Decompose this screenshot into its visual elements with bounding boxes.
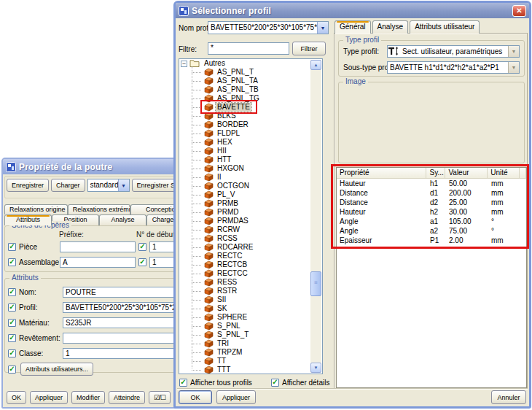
checkbox-checked[interactable] bbox=[271, 379, 279, 387]
preset-combobox[interactable]: standard ▼ bbox=[87, 179, 130, 192]
attribute-value-field[interactable] bbox=[63, 333, 185, 344]
tree-item[interactable]: SII bbox=[179, 295, 322, 304]
checkbox-checked[interactable] bbox=[8, 319, 16, 327]
table-row[interactable]: Hauteur h1 50.00 mm bbox=[337, 179, 526, 188]
column-header[interactable]: Unité bbox=[488, 168, 520, 178]
tree-item[interactable]: RDCARRE bbox=[179, 243, 322, 252]
tree-item[interactable]: OCTGON bbox=[179, 182, 322, 190]
footer-button[interactable]: OK bbox=[7, 391, 26, 404]
tree-item[interactable]: SK bbox=[179, 304, 322, 313]
table-row[interactable]: Hauteur h2 30.00 mm bbox=[337, 207, 526, 217]
table-row[interactable]: Distance d1 200.00 mm bbox=[337, 188, 526, 198]
tree-item[interactable]: HTT bbox=[179, 155, 322, 164]
tree-item[interactable]: RCRW bbox=[179, 225, 322, 234]
profile-type-combobox[interactable]: Sect. utilisateur, paramétriques ▼ bbox=[387, 45, 520, 58]
checkbox-checked[interactable] bbox=[8, 349, 16, 357]
checkbox-checked[interactable] bbox=[8, 303, 16, 312]
tree-item[interactable]: BORDER bbox=[179, 120, 322, 129]
save-button[interactable]: Enregistrer bbox=[7, 179, 49, 192]
checkbox-checked[interactable] bbox=[138, 258, 146, 266]
show-all-profiles-option[interactable]: Afficher tous profils bbox=[179, 379, 252, 387]
table-row[interactable]: Epaisseur P1 2.00 mm bbox=[337, 236, 526, 245]
scroll-down-icon[interactable]: ▼ bbox=[310, 363, 321, 373]
column-header[interactable]: Propriété bbox=[337, 168, 426, 178]
tree-item[interactable]: AS_PNL_T bbox=[179, 68, 322, 77]
tree-item[interactable]: HXGON bbox=[179, 164, 322, 173]
tab[interactable]: Général bbox=[335, 20, 371, 34]
footer-button[interactable]: Atteindre bbox=[109, 391, 145, 404]
chevron-down-icon[interactable]: ▼ bbox=[317, 22, 328, 34]
attribute-value-field[interactable]: 1 bbox=[63, 348, 185, 359]
tab[interactable]: Relaxations extrémité bbox=[68, 204, 131, 214]
checkbox-checked[interactable] bbox=[8, 365, 16, 374]
attribute-value-field[interactable]: POUTRE bbox=[63, 287, 185, 298]
profile-subtype-combobox[interactable]: BAVETTE h1*d1*d2*h2*a1*a2*P1 ▼ bbox=[387, 61, 520, 74]
scroll-up-icon[interactable]: ▲ bbox=[310, 60, 321, 70]
tree-item[interactable]: TRPZM bbox=[179, 348, 322, 357]
column-header[interactable]: Sy... bbox=[426, 168, 445, 178]
checkbox-checked[interactable] bbox=[138, 243, 146, 251]
tree-item[interactable]: TTT bbox=[179, 365, 322, 374]
tree-item[interactable]: RSTR bbox=[179, 287, 322, 295]
tree-item[interactable]: RECTCB bbox=[179, 260, 322, 269]
tab[interactable]: Relaxations origine bbox=[4, 204, 68, 214]
checkbox-checked[interactable] bbox=[8, 258, 16, 266]
tree-item[interactable]: AS_PNL_TG bbox=[179, 94, 322, 103]
attribute-value-field[interactable]: S235JR bbox=[63, 317, 185, 328]
load-button[interactable]: Charger bbox=[51, 179, 85, 192]
tree-item[interactable]: TT bbox=[179, 357, 322, 365]
table-row[interactable]: Distance d2 25.00 mm bbox=[337, 198, 526, 207]
tab[interactable]: Attributs bbox=[4, 214, 52, 225]
filter-button[interactable]: Filtrer bbox=[292, 42, 326, 55]
close-icon[interactable]: ✕ bbox=[512, 5, 526, 17]
checkbox-checked[interactable] bbox=[8, 243, 16, 251]
cancel-button[interactable]: Annuler bbox=[491, 390, 526, 404]
table-row[interactable]: Angle a1 105.00 ° bbox=[337, 217, 526, 226]
tree-item[interactable]: PRMD bbox=[179, 208, 322, 217]
tree-item[interactable]: PL_V bbox=[179, 190, 322, 199]
tree-item[interactable]: RESS bbox=[179, 278, 322, 287]
tab[interactable]: Analyse bbox=[372, 20, 409, 34]
filter-input[interactable]: * bbox=[208, 42, 289, 55]
tree-item[interactable]: RCSS bbox=[179, 234, 322, 243]
tree-scrollbar[interactable]: ▲ ▼ bbox=[310, 60, 321, 373]
select-profile-titlebar[interactable]: Sélectionner profil ✕ bbox=[176, 3, 529, 18]
tab[interactable]: Attributs utilisateur bbox=[410, 20, 480, 34]
show-details-option[interactable]: Afficher détails bbox=[271, 379, 329, 387]
tree-item[interactable]: HEX bbox=[179, 138, 322, 147]
ok-button[interactable]: OK bbox=[179, 390, 212, 404]
tree-item[interactable]: S_PNL bbox=[179, 322, 322, 330]
prefix-field[interactable] bbox=[60, 241, 136, 252]
tree-item[interactable]: RECTC bbox=[179, 252, 322, 260]
checkbox-checked[interactable] bbox=[8, 288, 16, 296]
tree-item[interactable]: II bbox=[179, 173, 322, 182]
collapse-icon[interactable]: − bbox=[181, 61, 187, 67]
tree-item[interactable]: HII bbox=[179, 147, 322, 155]
tree-item[interactable]: AS_PNL_TB bbox=[179, 85, 322, 94]
profile-name-combobox[interactable]: BAVETTE50*200*25*30*105*75*2 ▼ bbox=[208, 21, 329, 34]
tree-item[interactable]: PRMDAS bbox=[179, 217, 322, 225]
table-row[interactable]: Angle a2 75.00 ° bbox=[337, 226, 526, 236]
tree-item[interactable]: BLKS bbox=[179, 112, 322, 120]
tree-root-row[interactable]: − Autres bbox=[179, 59, 322, 68]
tree-item[interactable]: SPHERE bbox=[179, 313, 322, 322]
beam-properties-titlebar[interactable]: Propriété de la poutre bbox=[3, 159, 184, 174]
tab[interactable]: Analyse bbox=[99, 214, 146, 225]
chevron-down-icon[interactable]: ▼ bbox=[118, 179, 129, 191]
tree-item[interactable]: FLDPL bbox=[179, 129, 322, 138]
attribute-value-field[interactable]: BAVETTE50*200*25*30*105*75*2 bbox=[63, 302, 185, 313]
profile-tree[interactable]: − Autres AS_PNL_T bbox=[179, 58, 323, 374]
prefix-field[interactable]: A bbox=[60, 257, 136, 268]
tree-item[interactable]: RECTCC bbox=[179, 269, 322, 278]
scrollbar-thumb[interactable] bbox=[310, 271, 321, 296]
column-header[interactable]: Valeur bbox=[445, 168, 488, 178]
tree-item[interactable]: S_PNL_T bbox=[179, 330, 322, 339]
tree-item[interactable]: AS_PNL_TA bbox=[179, 77, 322, 85]
footer-button[interactable]: Modifier bbox=[71, 391, 105, 404]
checkbox-checked[interactable] bbox=[8, 334, 16, 342]
toggle-checkboxes-button[interactable]: ☑/☐ bbox=[149, 391, 171, 404]
checkbox-checked[interactable] bbox=[179, 379, 187, 387]
apply-button[interactable]: Appliquer bbox=[216, 390, 256, 404]
tree-item[interactable]: PRMB bbox=[179, 199, 322, 208]
tree-item[interactable]: BAVETTE bbox=[179, 103, 322, 112]
